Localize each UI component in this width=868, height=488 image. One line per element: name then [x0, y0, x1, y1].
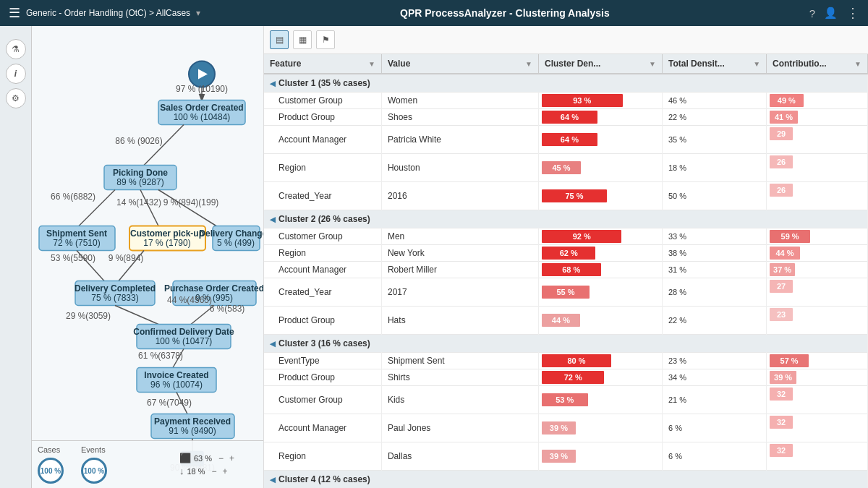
cluster-toggle-1[interactable]: ◀	[270, 80, 276, 87]
contribution-cell: 41 %	[767, 109, 868, 126]
contribution-filter-icon[interactable]: ▼	[854, 60, 861, 68]
value-cell: Robert Miller	[381, 262, 538, 278]
graph-svg: 97 % (10190) Sales Order Created 100 % (…	[32, 26, 263, 488]
feature-cell: Customer Group	[264, 228, 381, 245]
user-icon[interactable]: 👤	[824, 7, 838, 20]
confirmed-delivery-sub: 100 % (10477)	[156, 336, 213, 346]
edge-label-inv: 61 %(6378)	[138, 351, 183, 361]
table-container[interactable]: Feature ▼ Value ▼ Cluste	[264, 54, 868, 488]
left-panel: ⚗ i ⚙ 97 % (10190) Sales Order Created	[0, 26, 264, 488]
value-cell: Houston	[381, 154, 538, 182]
value-filter-icon[interactable]: ▼	[525, 60, 532, 68]
value-cell: Shirts	[381, 369, 538, 386]
cluster-density-cell: 55 %	[538, 278, 662, 307]
contribution-cell: 32 %	[767, 442, 868, 471]
feature-cell: Product Group	[264, 369, 381, 386]
grid-view-button[interactable]: ▦	[293, 30, 312, 49]
table-row: RegionDallas39 %6 %32 %	[264, 442, 868, 471]
contribution-cell: 37 %	[767, 262, 868, 278]
value-cell: Shoes	[381, 109, 538, 126]
total-density-cell: 22 %	[662, 307, 766, 335]
cluster-density-bar: 64 %	[542, 111, 597, 124]
settings-button[interactable]: ⚙	[6, 88, 26, 108]
contribution-cell: 44 %	[767, 245, 868, 262]
cluster-toggle-2[interactable]: ◀	[270, 215, 276, 223]
cluster-density-bar: 44 %	[542, 314, 580, 327]
feature-cell: Region	[264, 442, 381, 471]
info-button[interactable]: i	[6, 64, 26, 84]
contribution-cell: 23 %	[767, 307, 868, 335]
edge-label-conf3: 6 %(583)	[210, 304, 245, 314]
events-pct: 100 %	[84, 467, 104, 475]
cluster-density-bar: 93 %	[542, 94, 623, 107]
table-row: Product GroupShirts72 %34 %39 %	[264, 369, 868, 386]
events-label: Events	[81, 445, 110, 454]
table-row: Created_Year201675 %50 %26 %	[264, 182, 868, 210]
total-density-filter-icon[interactable]: ▼	[753, 60, 760, 68]
filter-icon: ⚗	[12, 44, 20, 54]
total-density-cell: 28 %	[662, 278, 766, 307]
feature-cell: Account Manager	[264, 126, 381, 154]
breadcrumb-arrow-icon[interactable]: ▾	[196, 8, 200, 18]
value-cell: Women	[381, 93, 538, 109]
invoice-created-sub: 96 % (10074)	[150, 380, 203, 390]
cluster-density-filter-icon[interactable]: ▼	[649, 60, 656, 68]
table-row: Account ManagerPatricia White64 %35 %29 …	[264, 126, 868, 154]
contribution-cell: 29 %	[767, 126, 868, 154]
more-menu-icon[interactable]: ⋮	[846, 5, 859, 21]
help-icon[interactable]: ?	[809, 7, 815, 20]
table-row: EventTypeShipment Sent80 %23 %57 %	[264, 353, 868, 369]
contribution-bar: 27 %	[770, 280, 793, 293]
table-row: RegionNew York62 %38 %44 %	[264, 245, 868, 262]
breadcrumb[interactable]: Generic - Order Handling (OtC) > AllCase…	[26, 8, 190, 18]
contribution-cell: 27 %	[767, 278, 868, 307]
feature-cell: Created_Year	[264, 182, 381, 210]
feature-filter-icon[interactable]: ▼	[368, 60, 375, 68]
cluster-density-bar: 39 %	[542, 450, 576, 463]
contribution-bar: 57 %	[770, 354, 809, 367]
settings-icon: ⚙	[12, 93, 20, 103]
left-toolbar: ⚗ i ⚙	[0, 26, 32, 488]
zoom-plus-button[interactable]: +	[228, 453, 236, 463]
total-density-cell: 6 %	[662, 414, 766, 442]
right-toolbar: ▤ ▦ ⚑	[264, 26, 868, 54]
contribution-bar: 37 %	[770, 263, 795, 276]
flag-button[interactable]: ⚑	[316, 30, 335, 49]
contribution-bar: 44 %	[770, 247, 800, 260]
cluster-density-cell: 92 %	[538, 228, 662, 245]
sales-order-label: Sales Order Created	[160, 103, 243, 113]
delivery-changed-label: Delivery Changed	[199, 228, 263, 239]
total-density-cell: 18 %	[662, 154, 766, 182]
cluster-density-bar: 55 %	[542, 286, 590, 299]
total-density-cell: 6 %	[662, 442, 766, 471]
zoom-minus-button[interactable]: −	[217, 453, 225, 463]
filter-button[interactable]: ⚗	[6, 39, 26, 59]
confirmed-delivery-label: Confirmed Delivery Date	[133, 327, 234, 337]
table-row: Account ManagerRobert Miller68 %31 %37 %	[264, 262, 868, 278]
arrow-plus-button[interactable]: +	[221, 466, 229, 476]
zoom-pct: 63 %	[194, 454, 214, 463]
total-density-cell: 33 %	[662, 228, 766, 245]
shipment-sent-sub: 72 % (7510)	[53, 238, 100, 248]
edge-label-ps: 66 %(6882)	[51, 192, 95, 202]
cluster-toggle-3[interactable]: ◀	[270, 340, 276, 348]
feature-cell: Region	[264, 154, 381, 182]
table-row: Created_Year201755 %28 %27 %	[264, 278, 868, 307]
cluster-density-bar: 72 %	[542, 371, 604, 384]
total-density-header: Total Densit... ▼	[662, 54, 766, 74]
cases-label: Cases	[38, 445, 67, 454]
cluster-density-bar: 80 %	[542, 354, 611, 367]
edge-label-dc1: 53 %(5590)	[51, 253, 95, 263]
cluster-header-1: ◀Cluster 1 (35 % cases)	[264, 74, 868, 93]
table-view-button[interactable]: ▤	[270, 30, 289, 49]
cluster-density-bar: 45 %	[542, 161, 581, 174]
customer-pickup-sub: 17 % (1790)	[143, 238, 190, 248]
arrow-minus-button[interactable]: −	[210, 466, 218, 476]
main-layout: ⚗ i ⚙ 97 % (10190) Sales Order Created	[0, 26, 868, 488]
cluster-header-3: ◀Cluster 3 (16 % cases)	[264, 335, 868, 353]
cluster-density-bar: 68 %	[542, 263, 601, 276]
cluster-toggle-4[interactable]: ◀	[270, 476, 276, 484]
value-cell: Patricia White	[381, 126, 538, 154]
hamburger-icon[interactable]: ☰	[9, 5, 20, 21]
cluster-density-cell: 93 %	[538, 93, 662, 109]
